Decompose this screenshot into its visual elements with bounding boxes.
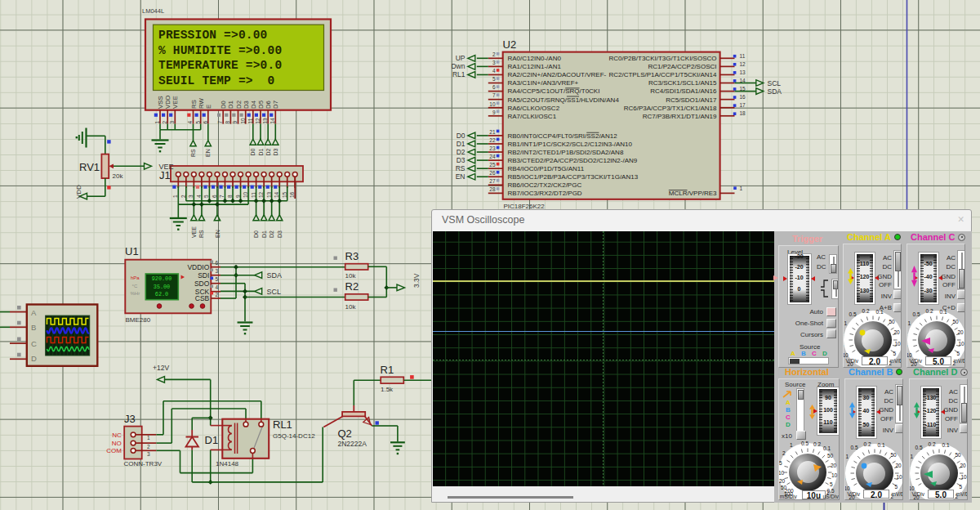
svg-text:CSB: CSB xyxy=(195,294,210,302)
svg-text:13: 13 xyxy=(740,69,746,75)
svg-text:D3: D3 xyxy=(277,230,283,238)
svg-text:14: 14 xyxy=(740,78,746,83)
svg-text:4: 4 xyxy=(187,121,193,124)
svg-text:11: 11 xyxy=(251,192,256,198)
svg-text:12: 12 xyxy=(255,118,261,124)
svg-text:26: 26 xyxy=(489,170,496,176)
svg-text:COM: COM xyxy=(106,447,122,454)
svg-text:D: D xyxy=(31,354,37,363)
svg-text:RB1/INT1/P1C/SCK2/SCL2/C12IN3-: RB1/INT1/P1C/SCK2/SCL2/C12IN3-/AN10 xyxy=(508,141,633,148)
svg-text:RA0/C12IN0-/AN0: RA0/C12IN0-/AN0 xyxy=(508,55,562,62)
svg-text:BME280: BME280 xyxy=(126,316,151,324)
svg-text:RC6/P3A/CCP3/TX1/CK1/AN18: RC6/P3A/CCP3/TX1/CK1/AN18 xyxy=(624,105,717,112)
svg-text:21: 21 xyxy=(489,129,496,135)
svg-text:D4: D4 xyxy=(250,100,257,109)
svg-text:D2: D2 xyxy=(457,148,466,156)
svg-text:5: 5 xyxy=(492,76,496,82)
svg-text:16: 16 xyxy=(740,94,746,100)
svg-text:RC5/SDO1/AN17: RC5/SDO1/AN17 xyxy=(666,96,717,104)
svg-text:NO: NO xyxy=(112,440,122,447)
svg-text:13: 13 xyxy=(266,191,272,198)
svg-text:6: 6 xyxy=(212,195,217,198)
svg-text:35.00: 35.00 xyxy=(154,284,170,290)
svg-text:D3: D3 xyxy=(273,148,278,155)
svg-text:RW: RW xyxy=(198,98,205,109)
svg-text:R3: R3 xyxy=(345,250,359,262)
svg-text:2: 2 xyxy=(180,195,186,198)
svg-text:10: 10 xyxy=(243,191,248,198)
svg-text:RC4/SDI1/SDA1/AN16: RC4/SDI1/SDA1/AN16 xyxy=(650,87,717,95)
svg-text:D1: D1 xyxy=(457,140,466,148)
svg-text:RL1: RL1 xyxy=(273,418,292,431)
svg-text:G5Q-14-DC12: G5Q-14-DC12 xyxy=(273,432,315,440)
svg-text:920.00: 920.00 xyxy=(152,275,172,282)
svg-text:RB3/CTED2/P2A/CCP2/SDO2/C12IN2: RB3/CTED2/P2A/CCP2/SDO2/C12IN2-/AN9 xyxy=(508,157,638,164)
svg-text:4: 4 xyxy=(216,284,219,290)
svg-text:RB0/INT0/CCP4/FLT0/SRI/SS2/AN1: RB0/INT0/CCP4/FLT0/SRI/SS2/AN12 xyxy=(508,132,618,140)
svg-text:RA4/CCP5/C1OUT/SRQ/T0CKI: RA4/CCP5/C1OUT/SRQ/T0CKI xyxy=(508,87,600,95)
svg-text:12: 12 xyxy=(258,191,264,198)
svg-text:PRESSION =>0.00: PRESSION =>0.00 xyxy=(158,29,268,42)
svg-text:8: 8 xyxy=(227,195,233,198)
svg-text:2N2222A: 2N2222A xyxy=(338,440,368,448)
svg-text:VDDIO: VDDIO xyxy=(187,263,209,271)
svg-text:D0: D0 xyxy=(220,100,227,109)
svg-text:1.5k: 1.5k xyxy=(381,386,394,393)
svg-text:28: 28 xyxy=(489,186,496,192)
svg-text:RA3/C1IN+/AN3/VREF+: RA3/C1IN+/AN3/VREF+ xyxy=(508,79,579,87)
svg-text:RB2/INT2/CTED1/P1B/SDI2/SDA2/A: RB2/INT2/CTED1/P1B/SDI2/SDA2/AN8 xyxy=(508,149,624,156)
svg-text:RA1/C12IN1-/AN1: RA1/C12IN1-/AN1 xyxy=(508,63,562,70)
svg-text:SDA: SDA xyxy=(768,87,782,96)
svg-text:9: 9 xyxy=(492,110,496,115)
svg-text:3: 3 xyxy=(169,121,175,124)
svg-text:RL1: RL1 xyxy=(452,70,466,78)
svg-text:6: 6 xyxy=(203,121,208,124)
svg-text:3.3V: 3.3V xyxy=(412,273,421,288)
svg-text:hPa: hPa xyxy=(131,275,140,280)
svg-text:E: E xyxy=(205,105,212,109)
svg-text:D0: D0 xyxy=(250,148,256,155)
svg-text:U1: U1 xyxy=(125,245,139,257)
svg-text:9: 9 xyxy=(235,195,241,198)
svg-text:D2: D2 xyxy=(265,148,271,155)
svg-text:RA6/CLKO/OSC2: RA6/CLKO/OSC2 xyxy=(508,105,560,112)
svg-text:RS: RS xyxy=(190,100,198,109)
svg-text:11: 11 xyxy=(247,118,253,123)
svg-text:CONN-TR3V: CONN-TR3V xyxy=(124,460,163,468)
svg-text:10: 10 xyxy=(240,118,246,124)
svg-text:EN: EN xyxy=(205,149,211,157)
svg-text:TEMPERATURE =>0.0: TEMPERATURE =>0.0 xyxy=(158,59,282,72)
svg-text:D2: D2 xyxy=(235,101,243,109)
svg-text:D7: D7 xyxy=(272,101,279,109)
svg-text:18: 18 xyxy=(740,110,746,116)
svg-text:J3: J3 xyxy=(124,413,136,425)
svg-text:20k: 20k xyxy=(113,172,124,180)
svg-text:5: 5 xyxy=(195,121,201,124)
svg-text:22: 22 xyxy=(489,137,496,143)
svg-text:D1: D1 xyxy=(261,230,267,238)
svg-text:1: 1 xyxy=(172,195,178,198)
svg-text:D1: D1 xyxy=(258,148,264,155)
svg-text:5: 5 xyxy=(216,276,219,282)
svg-text:RC3/SCK1/SCL1/AN15: RC3/SCK1/SCL1/AN15 xyxy=(648,79,717,87)
svg-text:1: 1 xyxy=(740,186,743,191)
svg-text:10: 10 xyxy=(489,101,496,107)
svg-text:1: 1 xyxy=(154,121,160,124)
svg-text:RB5/IOC1/P2B/P3A/CCP3/T3CKI/T1: RB5/IOC1/P2B/P3A/CCP3/T3CKI/T1G/AN13 xyxy=(508,173,639,181)
svg-text:VDD: VDD xyxy=(75,185,82,199)
svg-text:+12V: +12V xyxy=(153,364,169,372)
svg-text:VSS: VSS xyxy=(157,96,164,109)
svg-text:SCL: SCL xyxy=(267,288,282,296)
svg-text:% HUMIDITE =>0.00: % HUMIDITE =>0.00 xyxy=(158,44,282,57)
svg-text:D5: D5 xyxy=(257,100,265,109)
svg-text:UP: UP xyxy=(456,54,466,62)
svg-text:5: 5 xyxy=(203,195,209,198)
svg-text:D1: D1 xyxy=(227,101,234,109)
svg-text:7: 7 xyxy=(492,92,496,98)
svg-text:RV1: RV1 xyxy=(79,161,100,173)
svg-text:17: 17 xyxy=(740,102,746,108)
svg-text:SEUIL TEMP => 0: SEUIL TEMP => 0 xyxy=(158,74,274,87)
svg-text:MCLR/VPP/RE3: MCLR/VPP/RE3 xyxy=(669,190,717,197)
svg-text:RB4/IOC0/P1D/T5G/AN11: RB4/IOC0/P1D/T5G/AN11 xyxy=(508,165,585,172)
svg-text:D1: D1 xyxy=(205,434,219,446)
